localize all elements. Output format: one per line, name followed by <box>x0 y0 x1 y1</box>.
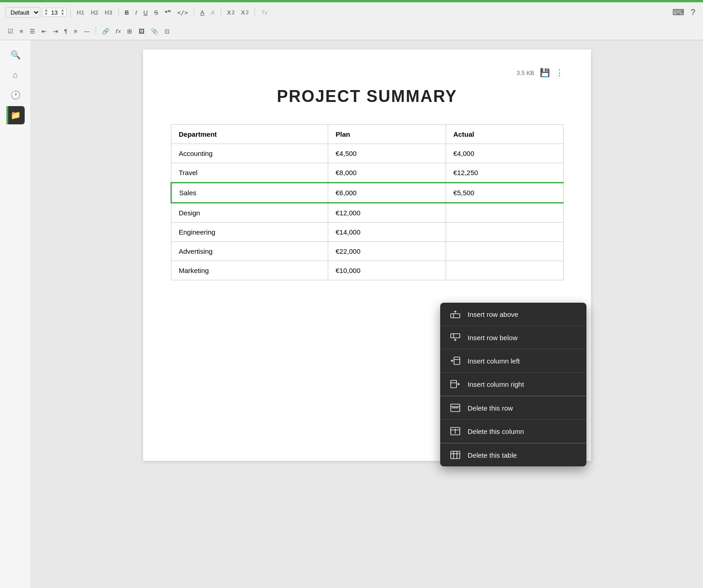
font-color-button[interactable]: A <box>198 8 207 17</box>
table-row: Advertising€22,000 <box>171 242 564 261</box>
insert-col-left-label: Insert column left <box>468 357 520 365</box>
image-button[interactable]: 🖼 <box>136 27 147 36</box>
sidebar-item-home[interactable]: ⌂ <box>6 66 25 84</box>
table-cell[interactable]: Sales <box>171 183 328 203</box>
insert-col-left-icon <box>449 356 461 366</box>
table-row: Sales€6,000€5,500 <box>171 183 564 203</box>
table-cell[interactable]: €6,000 <box>328 183 446 203</box>
col-header-actual: Actual <box>446 125 563 144</box>
table-cell[interactable] <box>446 203 563 223</box>
delete-col-icon <box>449 426 461 436</box>
table-row: Engineering€14,000 <box>171 223 564 242</box>
help-button[interactable]: ? <box>688 6 698 19</box>
toolbar-divider-6 <box>96 27 96 36</box>
embed-button[interactable]: ⊡ <box>162 27 172 36</box>
hr-button[interactable]: — <box>81 27 92 36</box>
sidebar: 🔍 ⌂ 🕐 📁 <box>0 40 31 588</box>
ordered-list-button[interactable]: ≡ <box>17 27 26 36</box>
table-cell[interactable] <box>446 261 563 280</box>
heading3-button[interactable]: H3 <box>102 8 115 17</box>
table-button[interactable]: ⊞ <box>125 27 134 36</box>
table-cell[interactable]: Accounting <box>171 144 328 163</box>
table-cell[interactable]: €12,000 <box>328 203 446 223</box>
italic-button[interactable]: I <box>133 8 139 17</box>
document-title: PROJECT SUMMARY <box>170 87 564 106</box>
highlight-button[interactable]: A <box>208 8 217 17</box>
formula-button[interactable]: fx <box>113 27 123 36</box>
attachment-button[interactable]: 📎 <box>149 27 160 36</box>
delete-row-item[interactable]: Delete this row <box>440 396 586 420</box>
table-row: Accounting€4,500€4,000 <box>171 144 564 163</box>
table-cell[interactable]: €12,250 <box>446 163 563 183</box>
table-cell[interactable]: Advertising <box>171 242 328 261</box>
insert-row-above-label: Insert row above <box>468 310 518 318</box>
superscript-button[interactable]: X2 <box>239 8 251 17</box>
table-cell[interactable]: €22,000 <box>328 242 446 261</box>
link-button[interactable]: 🔗 <box>100 27 112 36</box>
svg-rect-8 <box>454 357 460 364</box>
insert-col-right-label: Insert column right <box>468 380 524 388</box>
history-icon[interactable]: 🕐 <box>6 86 25 104</box>
quote-button[interactable]: ❝❞ <box>162 8 173 17</box>
files-icon[interactable]: 📁 <box>6 106 25 124</box>
underline-button[interactable]: U <box>141 8 150 17</box>
keyboard-button[interactable]: ⌨ <box>670 6 687 19</box>
insert-col-left-item[interactable]: Insert column left <box>440 349 586 373</box>
code-button[interactable]: </> <box>175 8 190 17</box>
sidebar-item-files[interactable]: 📁 <box>6 106 25 124</box>
active-bar <box>6 106 8 124</box>
home-icon[interactable]: ⌂ <box>6 66 25 84</box>
context-menu: Insert row above Insert row below <box>440 303 586 466</box>
paragraph-button[interactable]: ¶ <box>62 27 70 36</box>
data-table: Department Plan Actual Accounting€4,500€… <box>170 124 564 280</box>
table-row: Marketing€10,000 <box>171 261 564 280</box>
sidebar-item-search[interactable]: 🔍 <box>6 46 25 64</box>
more-options-button[interactable]: ⋮ <box>555 68 564 78</box>
subscript-button[interactable]: X2 <box>225 8 237 17</box>
toolbar-divider-3 <box>194 8 194 17</box>
align-button[interactable]: ≡ <box>72 27 80 36</box>
toolbar-divider-1 <box>70 8 71 17</box>
table-cell[interactable]: Design <box>171 203 328 223</box>
insert-col-right-item[interactable]: Insert column right <box>440 373 586 396</box>
bold-button[interactable]: B <box>122 8 131 17</box>
strikethrough-button[interactable]: S <box>152 8 160 17</box>
table-cell[interactable]: €8,000 <box>328 163 446 183</box>
clear-format-button[interactable]: Tx <box>259 8 270 17</box>
heading2-button[interactable]: H2 <box>88 8 101 17</box>
heading1-button[interactable]: H1 <box>75 8 87 17</box>
font-family-select[interactable]: Default <box>5 7 40 18</box>
table-cell[interactable]: Travel <box>171 163 328 183</box>
main-layout: 🔍 ⌂ 🕐 📁 3.5 KB 💾 ⋮ PROJECT SUMMARY <box>0 40 703 588</box>
table-cell[interactable]: €4,500 <box>328 144 446 163</box>
search-icon[interactable]: 🔍 <box>6 46 25 64</box>
table-cell[interactable]: €5,500 <box>446 183 563 203</box>
table-cell[interactable]: Marketing <box>171 261 328 280</box>
svg-rect-12 <box>451 380 457 388</box>
checklist-button[interactable]: ☑ <box>5 27 16 36</box>
delete-col-item[interactable]: Delete this column <box>440 420 586 443</box>
file-size: 3.5 KB <box>517 69 534 76</box>
delete-row-label: Delete this row <box>468 404 513 412</box>
font-size-arrows[interactable]: ▲▼ <box>44 9 48 16</box>
insert-row-below-item[interactable]: Insert row below <box>440 326 586 349</box>
insert-row-above-item[interactable]: Insert row above <box>440 303 586 326</box>
toolbar-divider-5 <box>255 8 255 17</box>
table-cell[interactable]: €4,000 <box>446 144 563 163</box>
table-cell[interactable]: €14,000 <box>328 223 446 242</box>
table-cell[interactable] <box>446 223 563 242</box>
delete-table-item[interactable]: Delete this table <box>440 444 586 466</box>
insert-row-below-label: Insert row below <box>468 334 517 342</box>
sidebar-item-history[interactable]: 🕐 <box>6 86 25 104</box>
save-button[interactable]: 💾 <box>540 68 550 78</box>
font-size-input[interactable] <box>48 9 61 16</box>
table-cell[interactable] <box>446 242 563 261</box>
indent-button[interactable]: ⇥ <box>51 27 60 36</box>
table-cell[interactable]: €10,000 <box>328 261 446 280</box>
delete-table-icon <box>449 450 461 460</box>
font-size-arrows2[interactable]: ▲▼ <box>61 9 64 16</box>
unordered-list-button[interactable]: ☰ <box>27 27 37 36</box>
table-cell[interactable]: Engineering <box>171 223 328 242</box>
col-header-plan: Plan <box>328 125 446 144</box>
outdent-button[interactable]: ⇤ <box>39 27 49 36</box>
